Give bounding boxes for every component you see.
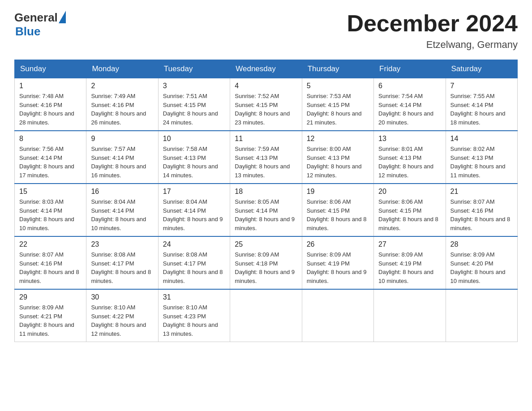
day-info: Sunrise: 8:09 AM Sunset: 4:20 PM Dayligh…: [450, 250, 513, 285]
day-info: Sunrise: 8:06 AM Sunset: 4:15 PM Dayligh…: [378, 197, 441, 232]
calendar-cell: 23 Sunrise: 8:08 AM Sunset: 4:17 PM Dayl…: [86, 236, 158, 289]
day-number: 19: [307, 188, 369, 196]
day-info: Sunrise: 8:06 AM Sunset: 4:15 PM Dayligh…: [307, 197, 369, 232]
day-info: Sunrise: 7:59 AM Sunset: 4:13 PM Dayligh…: [235, 145, 297, 180]
day-info: Sunrise: 8:09 AM Sunset: 4:19 PM Dayligh…: [378, 250, 441, 285]
day-info: Sunrise: 8:09 AM Sunset: 4:21 PM Dayligh…: [19, 303, 82, 338]
weekday-header-wednesday: Wednesday: [230, 60, 302, 78]
day-info: Sunrise: 8:07 AM Sunset: 4:16 PM Dayligh…: [450, 197, 513, 232]
calendar-cell: 8 Sunrise: 7:56 AM Sunset: 4:14 PM Dayli…: [15, 131, 86, 184]
calendar-cell: 6 Sunrise: 7:54 AM Sunset: 4:14 PM Dayli…: [374, 78, 446, 131]
day-info: Sunrise: 8:08 AM Sunset: 4:17 PM Dayligh…: [163, 250, 225, 285]
calendar-cell: 30 Sunrise: 8:10 AM Sunset: 4:22 PM Dayl…: [86, 289, 158, 342]
calendar-cell: 11 Sunrise: 7:59 AM Sunset: 4:13 PM Dayl…: [230, 131, 302, 184]
calendar-cell: 22 Sunrise: 8:07 AM Sunset: 4:16 PM Dayl…: [15, 236, 86, 289]
calendar-cell: [302, 289, 373, 342]
calendar-cell: 4 Sunrise: 7:52 AM Sunset: 4:15 PM Dayli…: [230, 78, 302, 131]
week-row-3: 15 Sunrise: 8:03 AM Sunset: 4:14 PM Dayl…: [15, 184, 518, 236]
day-number: 29: [19, 293, 82, 301]
day-number: 7: [450, 82, 513, 90]
day-number: 3: [163, 82, 225, 90]
day-number: 8: [19, 135, 82, 143]
day-number: 15: [19, 188, 82, 196]
calendar-cell: [446, 289, 517, 342]
calendar-cell: 9 Sunrise: 7:57 AM Sunset: 4:14 PM Dayli…: [86, 131, 158, 184]
day-info: Sunrise: 7:48 AM Sunset: 4:16 PM Dayligh…: [19, 92, 82, 127]
day-info: Sunrise: 7:53 AM Sunset: 4:15 PM Dayligh…: [307, 92, 369, 127]
logo-general-text: General: [14, 11, 58, 25]
calendar-cell: 15 Sunrise: 8:03 AM Sunset: 4:14 PM Dayl…: [15, 184, 86, 236]
day-info: Sunrise: 8:02 AM Sunset: 4:13 PM Dayligh…: [450, 145, 513, 180]
day-number: 31: [163, 293, 225, 301]
title-area: December 2024 Etzelwang, Germany: [347, 11, 518, 51]
weekday-header-sunday: Sunday: [15, 60, 86, 78]
calendar-cell: 1 Sunrise: 7:48 AM Sunset: 4:16 PM Dayli…: [15, 78, 86, 131]
week-row-2: 8 Sunrise: 7:56 AM Sunset: 4:14 PM Dayli…: [15, 131, 518, 184]
day-number: 21: [450, 188, 513, 196]
day-info: Sunrise: 8:09 AM Sunset: 4:18 PM Dayligh…: [235, 250, 297, 285]
day-info: Sunrise: 8:04 AM Sunset: 4:14 PM Dayligh…: [163, 197, 225, 232]
weekday-header-row: SundayMondayTuesdayWednesdayThursdayFrid…: [15, 60, 518, 78]
day-info: Sunrise: 7:56 AM Sunset: 4:14 PM Dayligh…: [19, 145, 82, 180]
calendar-cell: 31 Sunrise: 8:10 AM Sunset: 4:23 PM Dayl…: [158, 289, 230, 342]
calendar-cell: 5 Sunrise: 7:53 AM Sunset: 4:15 PM Dayli…: [302, 78, 373, 131]
day-info: Sunrise: 7:54 AM Sunset: 4:14 PM Dayligh…: [378, 92, 441, 127]
day-info: Sunrise: 7:49 AM Sunset: 4:16 PM Dayligh…: [91, 92, 153, 127]
day-number: 10: [163, 135, 225, 143]
day-number: 20: [378, 188, 441, 196]
day-number: 17: [163, 188, 225, 196]
calendar-cell: 24 Sunrise: 8:08 AM Sunset: 4:17 PM Dayl…: [158, 236, 230, 289]
day-info: Sunrise: 8:10 AM Sunset: 4:22 PM Dayligh…: [91, 303, 153, 338]
calendar-table: SundayMondayTuesdayWednesdayThursdayFrid…: [14, 60, 518, 342]
weekday-header-thursday: Thursday: [302, 60, 373, 78]
calendar-cell: 2 Sunrise: 7:49 AM Sunset: 4:16 PM Dayli…: [86, 78, 158, 131]
day-number: 12: [307, 135, 369, 143]
day-info: Sunrise: 7:58 AM Sunset: 4:13 PM Dayligh…: [163, 145, 225, 180]
calendar-cell: 16 Sunrise: 8:04 AM Sunset: 4:14 PM Dayl…: [86, 184, 158, 236]
day-number: 27: [378, 240, 441, 248]
calendar-cell: 25 Sunrise: 8:09 AM Sunset: 4:18 PM Dayl…: [230, 236, 302, 289]
day-number: 16: [91, 188, 153, 196]
day-number: 2: [91, 82, 153, 90]
day-number: 25: [235, 240, 297, 248]
page-header: General Blue December 2024 Etzelwang, Ge…: [14, 11, 518, 51]
calendar-cell: 18 Sunrise: 8:05 AM Sunset: 4:14 PM Dayl…: [230, 184, 302, 236]
day-info: Sunrise: 7:52 AM Sunset: 4:15 PM Dayligh…: [235, 92, 297, 127]
day-info: Sunrise: 8:00 AM Sunset: 4:13 PM Dayligh…: [307, 145, 369, 180]
weekday-header-saturday: Saturday: [446, 60, 517, 78]
calendar-cell: 14 Sunrise: 8:02 AM Sunset: 4:13 PM Dayl…: [446, 131, 517, 184]
day-number: 9: [91, 135, 153, 143]
day-number: 4: [235, 82, 297, 90]
calendar-cell: 29 Sunrise: 8:09 AM Sunset: 4:21 PM Dayl…: [15, 289, 86, 342]
week-row-5: 29 Sunrise: 8:09 AM Sunset: 4:21 PM Dayl…: [15, 289, 518, 342]
weekday-header-friday: Friday: [374, 60, 446, 78]
day-number: 30: [91, 293, 153, 301]
day-number: 6: [378, 82, 441, 90]
calendar-subtitle: Etzelwang, Germany: [347, 39, 518, 51]
weekday-header-monday: Monday: [86, 60, 158, 78]
day-info: Sunrise: 8:03 AM Sunset: 4:14 PM Dayligh…: [19, 197, 82, 232]
day-info: Sunrise: 7:51 AM Sunset: 4:15 PM Dayligh…: [163, 92, 225, 127]
day-info: Sunrise: 8:04 AM Sunset: 4:14 PM Dayligh…: [91, 197, 153, 232]
day-info: Sunrise: 7:55 AM Sunset: 4:14 PM Dayligh…: [450, 92, 513, 127]
calendar-cell: 27 Sunrise: 8:09 AM Sunset: 4:19 PM Dayl…: [374, 236, 446, 289]
day-info: Sunrise: 8:07 AM Sunset: 4:16 PM Dayligh…: [19, 250, 82, 285]
day-number: 5: [307, 82, 369, 90]
day-number: 26: [307, 240, 369, 248]
day-number: 24: [163, 240, 225, 248]
calendar-cell: 19 Sunrise: 8:06 AM Sunset: 4:15 PM Dayl…: [302, 184, 373, 236]
calendar-cell: 7 Sunrise: 7:55 AM Sunset: 4:14 PM Dayli…: [446, 78, 517, 131]
day-info: Sunrise: 8:10 AM Sunset: 4:23 PM Dayligh…: [163, 303, 225, 338]
calendar-title: December 2024: [347, 11, 518, 36]
logo-triangle-icon: [59, 11, 66, 23]
day-number: 18: [235, 188, 297, 196]
calendar-cell: 3 Sunrise: 7:51 AM Sunset: 4:15 PM Dayli…: [158, 78, 230, 131]
day-number: 28: [450, 240, 513, 248]
day-info: Sunrise: 8:05 AM Sunset: 4:14 PM Dayligh…: [235, 197, 297, 232]
calendar-cell: 17 Sunrise: 8:04 AM Sunset: 4:14 PM Dayl…: [158, 184, 230, 236]
calendar-cell: [230, 289, 302, 342]
day-info: Sunrise: 8:01 AM Sunset: 4:13 PM Dayligh…: [378, 145, 441, 180]
day-number: 1: [19, 82, 82, 90]
day-number: 22: [19, 240, 82, 248]
calendar-cell: 21 Sunrise: 8:07 AM Sunset: 4:16 PM Dayl…: [446, 184, 517, 236]
